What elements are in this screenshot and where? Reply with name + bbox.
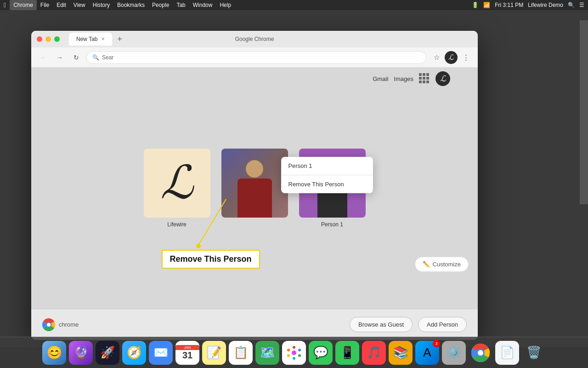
annotation-arrow bbox=[189, 199, 244, 254]
svg-point-6 bbox=[292, 351, 296, 355]
chrome-bottom-bar: chrome Browse as Guest Add Person bbox=[31, 309, 478, 340]
dock-facetime[interactable]: 📱 bbox=[335, 341, 359, 365]
chrome-toolbar: ← → ↻ 🔍 Sear ☆ ℒ ⋮ bbox=[31, 47, 478, 68]
dock-mail[interactable]: ✉️ bbox=[149, 341, 173, 365]
browse-as-guest-button[interactable]: Browse as Guest bbox=[350, 317, 413, 332]
profile-manager: Gmail Images ℒ ℒ bbox=[31, 68, 478, 309]
dock-maps[interactable]: 🗺️ bbox=[255, 341, 279, 365]
menu-bar-user: Lifewire Demo bbox=[528, 2, 563, 8]
menu-bookmarks[interactable]: Bookmarks bbox=[113, 0, 148, 10]
maximize-button[interactable] bbox=[54, 36, 60, 42]
reload-button[interactable]: ↻ bbox=[70, 51, 83, 64]
wifi-icon: 📶 bbox=[483, 2, 490, 8]
desktop: New Tab ✕ + Google Chrome ← → ↻ 🔍 Sear ☆… bbox=[0, 10, 588, 347]
minimize-button[interactable] bbox=[45, 36, 51, 42]
dock-notes[interactable]: 📝 bbox=[202, 341, 226, 365]
svg-point-9 bbox=[298, 354, 301, 357]
apple-menu[interactable]:  bbox=[4, 1, 6, 9]
dock-appstore[interactable]: A 3 bbox=[415, 341, 439, 365]
window-controls bbox=[37, 36, 60, 42]
address-bar[interactable]: 🔍 Sear bbox=[86, 51, 426, 64]
search-icon: 🔍 bbox=[92, 54, 99, 61]
svg-point-1 bbox=[196, 244, 201, 248]
profile-card-photo[interactable]: Person 1 Remove This Person bbox=[221, 149, 288, 221]
chrome-logo-svg bbox=[42, 318, 55, 331]
close-button[interactable] bbox=[37, 36, 42, 42]
svg-point-4 bbox=[47, 323, 51, 327]
dock-launchpad[interactable]: 🚀 bbox=[96, 341, 119, 365]
tab-close-icon[interactable]: ✕ bbox=[101, 33, 105, 46]
lifewire-letter: ℒ bbox=[160, 160, 193, 206]
profile-grid: ℒ Lifewire bbox=[144, 149, 366, 228]
annotation-container: Remove This Person bbox=[162, 250, 260, 269]
dock-music[interactable]: 🎵 bbox=[362, 341, 386, 365]
dock-photos[interactable] bbox=[282, 341, 306, 365]
dock-files[interactable]: 📄 bbox=[495, 341, 519, 365]
context-menu-person1[interactable]: Person 1 bbox=[281, 157, 373, 175]
svg-point-15 bbox=[478, 350, 483, 356]
dock-messages[interactable]: 💬 bbox=[309, 341, 333, 365]
menu-help[interactable]: Help bbox=[216, 0, 235, 10]
tab-bar: New Tab ✕ + bbox=[69, 31, 125, 47]
tab-label: New Tab bbox=[76, 33, 97, 46]
chrome-content: Gmail Images ℒ ℒ bbox=[31, 68, 478, 309]
bookmark-button[interactable]: ☆ bbox=[430, 51, 443, 64]
dock-books[interactable]: 📚 bbox=[389, 341, 413, 365]
dock-systemprefs[interactable]: ⚙️ bbox=[442, 341, 466, 365]
profile-button[interactable]: ℒ bbox=[445, 51, 458, 64]
dock-calendar[interactable]: JAN 31 bbox=[175, 341, 199, 365]
pencil-icon: ✏️ bbox=[423, 261, 430, 268]
browser-profile-avatar[interactable]: ℒ bbox=[435, 71, 450, 86]
menu-file[interactable]: File bbox=[37, 0, 53, 10]
dock-chrome[interactable] bbox=[469, 341, 492, 365]
menu-chrome[interactable]: Chrome bbox=[10, 0, 37, 10]
svg-point-7 bbox=[293, 346, 295, 349]
menu-bar:  Chrome File Edit View History Bookmark… bbox=[0, 0, 588, 10]
customize-button[interactable]: ✏️ Customize bbox=[415, 257, 469, 272]
back-button[interactable]: ← bbox=[37, 51, 50, 64]
svg-point-10 bbox=[298, 349, 301, 351]
add-person-button[interactable]: Add Person bbox=[418, 317, 467, 332]
images-link[interactable]: Images bbox=[394, 75, 413, 82]
svg-point-11 bbox=[287, 349, 290, 351]
menu-icon[interactable]: ☰ bbox=[579, 2, 584, 8]
window-titlebar: New Tab ✕ + Google Chrome bbox=[31, 31, 478, 47]
apps-grid-button[interactable] bbox=[419, 73, 430, 84]
menu-people[interactable]: People bbox=[148, 0, 173, 10]
profile-name-person1: Person 1 bbox=[321, 221, 343, 228]
menu-view[interactable]: View bbox=[70, 0, 89, 10]
dock-finder[interactable]: 😊 bbox=[42, 341, 66, 365]
forward-button[interactable]: → bbox=[53, 51, 66, 64]
dock-siri[interactable]: 🔮 bbox=[69, 341, 93, 365]
chrome-logo bbox=[42, 318, 55, 331]
dock-trash[interactable]: 🗑️ bbox=[522, 341, 546, 365]
tab-new-tab[interactable]: New Tab ✕ bbox=[69, 33, 112, 46]
new-tab-button[interactable]: + bbox=[114, 34, 125, 45]
battery-icon: 🔋 bbox=[472, 2, 479, 8]
gmail-link[interactable]: Gmail bbox=[373, 75, 388, 82]
svg-line-0 bbox=[198, 199, 226, 245]
dock: 😊 🔮 🚀 🧭 ✉️ JAN 31 📝 📋 🗺️ 💬 📱 🎵 📚 A bbox=[0, 337, 588, 368]
toolbar-right: ☆ ℒ ⋮ bbox=[430, 51, 472, 64]
svg-point-12 bbox=[293, 357, 295, 360]
dock-reminders[interactable]: 📋 bbox=[229, 341, 253, 365]
menu-edit[interactable]: Edit bbox=[53, 0, 70, 10]
clock: Fri 3:11 PM bbox=[495, 2, 523, 8]
dock-safari[interactable]: 🧭 bbox=[122, 341, 146, 365]
profile-name-lifewire: Lifewire bbox=[167, 221, 186, 228]
right-scrollbar bbox=[580, 20, 588, 204]
dock-badge-appstore: 3 bbox=[433, 340, 440, 347]
address-text: Sear bbox=[102, 54, 113, 61]
menu-history[interactable]: History bbox=[89, 0, 113, 10]
customize-label: Customize bbox=[433, 261, 461, 268]
chrome-actions: Browse as Guest Add Person bbox=[350, 317, 467, 332]
menu-window[interactable]: Window bbox=[189, 0, 216, 10]
browser-top-right: Gmail Images ℒ bbox=[373, 71, 450, 86]
search-icon[interactable]: 🔍 bbox=[568, 2, 575, 8]
context-menu-remove[interactable]: Remove This Person bbox=[281, 175, 373, 193]
menu-tab[interactable]: Tab bbox=[173, 0, 189, 10]
chrome-brand-text: chrome bbox=[59, 321, 79, 328]
more-button[interactable]: ⋮ bbox=[459, 51, 472, 64]
chrome-window: New Tab ✕ + Google Chrome ← → ↻ 🔍 Sear ☆… bbox=[31, 31, 478, 340]
context-menu: Person 1 Remove This Person bbox=[281, 157, 373, 193]
